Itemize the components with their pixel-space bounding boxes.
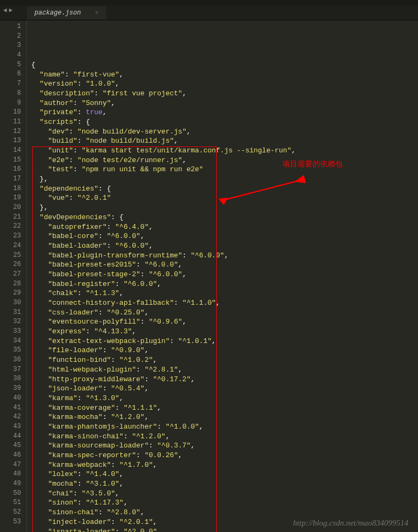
- code-line[interactable]: "html-webpack-plugin": "^2.8.1",: [31, 365, 418, 375]
- line-number: 31: [0, 308, 21, 318]
- line-number: 37: [0, 365, 21, 375]
- code-line[interactable]: "karma": "^1.3.0",: [31, 394, 418, 403]
- tab-package-json[interactable]: package.json ×: [27, 6, 106, 19]
- line-number: 52: [0, 508, 21, 517]
- line-number: 2: [0, 32, 21, 41]
- line-number: 3: [0, 41, 21, 51]
- line-number: 39: [0, 384, 21, 394]
- code-line[interactable]: "karma-coverage": "^1.1.1",: [31, 403, 418, 413]
- code-line[interactable]: "function-bind": "^1.0.2",: [31, 355, 418, 365]
- line-number: 25: [0, 251, 21, 261]
- line-number: 12: [0, 127, 21, 137]
- code-line[interactable]: "sinon-chai": "^2.8.0",: [31, 508, 418, 517]
- code-line[interactable]: "babel-plugin-transform-runtime": "^6.0.…: [31, 251, 418, 261]
- code-line[interactable]: "express": "^4.13.3",: [31, 327, 418, 337]
- code-line[interactable]: "build": "node build/build.js",: [31, 136, 418, 146]
- line-number: 51: [0, 498, 21, 508]
- code-line[interactable]: "karma-sinon-chai": "^1.2.0",: [31, 432, 418, 442]
- line-number: 28: [0, 279, 21, 289]
- line-number: 21: [0, 213, 21, 222]
- code-line[interactable]: "autoprefixer": "^6.4.0",: [31, 222, 418, 232]
- line-number: 40: [0, 394, 21, 403]
- line-number: 47: [0, 460, 21, 470]
- line-gutter: 1234567891011121314151617181920212223242…: [0, 20, 27, 532]
- line-number: 50: [0, 489, 21, 499]
- code-line[interactable]: "devDependencies": {: [31, 213, 418, 222]
- code-line[interactable]: "lolex": "^1.4.0",: [31, 470, 418, 479]
- line-number: 23: [0, 232, 21, 241]
- line-number: 45: [0, 441, 21, 451]
- line-number: 53: [0, 517, 21, 527]
- line-number: 35: [0, 346, 21, 355]
- code-line[interactable]: "extract-text-webpack-plugin": "^1.0.1",: [31, 337, 418, 346]
- code-line[interactable]: "karma-phantomjs-launcher": "^1.0.0",: [31, 422, 418, 432]
- code-line[interactable]: "description": "first vue project",: [31, 89, 418, 99]
- close-icon[interactable]: ×: [95, 10, 98, 16]
- line-number: 10: [0, 108, 21, 117]
- line-number: 9: [0, 99, 21, 108]
- code-line[interactable]: "babel-register": "^6.0.0",: [31, 279, 418, 289]
- code-line[interactable]: "unit": "karma start test/unit/karma.con…: [31, 146, 418, 156]
- line-number: 13: [0, 136, 21, 146]
- line-number: 18: [0, 184, 21, 194]
- code-line[interactable]: "mocha": "^3.1.0",: [31, 479, 418, 489]
- code-line[interactable]: },: [31, 174, 418, 184]
- code-line[interactable]: "dev": "node build/dev-server.js",: [31, 127, 418, 137]
- code-line[interactable]: "json-loader": "^0.5.4",: [31, 384, 418, 394]
- code-line[interactable]: "test": "npm run unit && npm run e2e": [31, 165, 418, 174]
- line-number: 17: [0, 174, 21, 184]
- line-number: 34: [0, 337, 21, 346]
- top-bar: [0, 0, 418, 5]
- nav-back-icon[interactable]: ◀: [3, 6, 7, 13]
- code-line[interactable]: "vue": "^2.0.1": [31, 193, 418, 203]
- line-number: 5: [0, 60, 21, 70]
- code-line[interactable]: "babel-core": "^6.0.0",: [31, 232, 418, 241]
- code-line[interactable]: "chalk": "^1.1.3",: [31, 289, 418, 298]
- line-number: 6: [0, 69, 21, 79]
- line-number: 36: [0, 355, 21, 365]
- code-line[interactable]: "file-loader": "^0.9.0",: [31, 346, 418, 355]
- code-line[interactable]: "private": true,: [31, 108, 418, 117]
- code-line[interactable]: "karma-mocha": "^1.2.0",: [31, 412, 418, 422]
- watermark: http://blog.csdn.net/mao834099514: [293, 519, 408, 528]
- code-line[interactable]: "css-loader": "^0.25.0",: [31, 308, 418, 318]
- code-line[interactable]: "http-proxy-middleware": "^0.17.2",: [31, 375, 418, 384]
- code-line[interactable]: "dependencies": {: [31, 184, 418, 194]
- line-number: 46: [0, 451, 21, 460]
- code-line[interactable]: "scripts": {: [31, 117, 418, 127]
- editor[interactable]: 1234567891011121314151617181920212223242…: [0, 20, 418, 532]
- tab-filename: package.json: [34, 9, 81, 17]
- code-area[interactable]: { "name": "first-vue", "version": "1.0.0…: [27, 20, 418, 532]
- line-number: 8: [0, 89, 21, 99]
- code-line[interactable]: "chai": "^3.5.0",: [31, 489, 418, 499]
- code-line[interactable]: "eventsource-polyfill": "^0.9.6",: [31, 317, 418, 327]
- code-line[interactable]: "version": "1.0.0",: [31, 79, 418, 89]
- code-line[interactable]: },: [31, 203, 418, 213]
- nav-arrows: ◀ ▶: [3, 6, 12, 13]
- line-number: 19: [0, 193, 21, 203]
- line-number: 11: [0, 117, 21, 127]
- line-number: 1: [0, 22, 21, 32]
- line-number: 20: [0, 203, 21, 213]
- code-line[interactable]: "connect-history-api-fallback": "^1.1.0"…: [31, 298, 418, 308]
- code-line[interactable]: "babel-preset-es2015": "^6.0.0",: [31, 260, 418, 270]
- code-line[interactable]: "name": "first-vue",: [31, 70, 418, 80]
- code-line[interactable]: "sinon": "^1.17.3",: [31, 498, 418, 508]
- code-line[interactable]: "karma-sourcemap-loader": "^0.3.7",: [31, 441, 418, 451]
- code-line[interactable]: "karma-webpack": "^1.7.0",: [31, 460, 418, 470]
- line-number: 48: [0, 470, 21, 479]
- line-number: 15: [0, 156, 21, 165]
- code-line[interactable]: "author": "Sonny",: [31, 99, 418, 108]
- line-number: 22: [0, 222, 21, 232]
- line-number: 49: [0, 479, 21, 489]
- nav-forward-icon[interactable]: ▶: [9, 6, 13, 13]
- tab-bar: package.json ×: [0, 5, 418, 20]
- code-line[interactable]: {: [31, 60, 418, 70]
- code-line[interactable]: "karma-spec-reporter": "0.0.26",: [31, 451, 418, 460]
- code-line[interactable]: "babel-preset-stage-2": "^6.0.0",: [31, 270, 418, 279]
- line-number: 27: [0, 270, 21, 279]
- code-line[interactable]: "babel-loader": "^6.0.0",: [31, 241, 418, 251]
- code-line[interactable]: "e2e": "node test/e2e/runner.js",: [31, 156, 418, 165]
- line-number: 38: [0, 374, 21, 384]
- line-number: 4: [0, 51, 21, 60]
